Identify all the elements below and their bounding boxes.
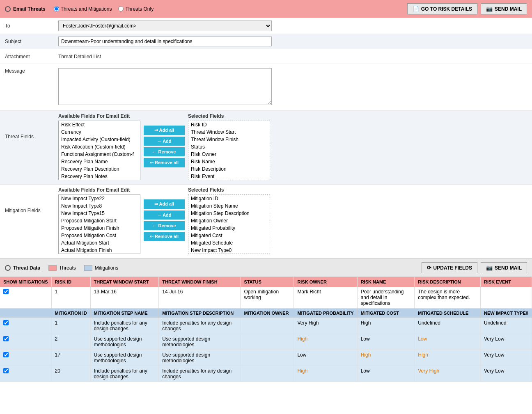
list-item[interactable]: Risk Allocation (Custom-field) [59,143,140,151]
mitigation-checkbox[interactable] [3,336,9,341]
mit-prob-cell: Low [294,350,357,366]
mit-step-name-cell: Use supported design methodologies [90,350,159,366]
attachment-text: Threat Detailed List [58,54,101,59]
list-item[interactable]: Risk Effect [59,121,140,128]
col-risk-id: RISK ID [51,277,90,287]
show-mitigations-checkbox[interactable] [3,289,9,294]
send-mail-button-header[interactable]: SEND MAIL [481,3,527,14]
mit-checkbox-cell[interactable] [0,318,51,334]
list-item[interactable]: Recovery Plan Name [59,158,140,165]
send-mail-button-legend[interactable]: SEND MAIL [481,262,527,273]
mit-owner-cell [241,350,294,366]
mitigation-add-button[interactable]: → Add [144,210,185,220]
list-item[interactable]: Risk Description [188,165,270,173]
mitigation-remove-button[interactable]: ← Remove [144,221,185,230]
list-item[interactable]: Risk Owner [188,151,270,158]
subject-input[interactable] [58,37,272,46]
mit-cost-cell: Low [357,334,415,350]
mit-step-name-cell: Include penalties for any design changes [90,366,159,382]
table-row: 1 13-Mar-16 14-Jul-16 Open-mitigation wo… [0,287,532,309]
mitigation-available-listbox[interactable]: New Impact Type22 New Impact Type8 New I… [58,194,140,254]
mit-col-id: MITIGATION ID [51,309,90,318]
list-item[interactable]: Proposed Mitigation Cost [59,232,140,239]
to-select[interactable]: Foster,Jodi<JFoster@gmail.com> [58,21,272,31]
mit-id-cell: 20 [51,366,90,382]
list-item[interactable]: New Impact Type22 [59,195,140,202]
list-item[interactable]: Risk Event [188,173,270,180]
table-row: 17 Use supported design methodologies Us… [0,350,532,366]
update-fields-button[interactable]: ⟳ UPDATE FIELDS [422,262,477,273]
mitigation-selected-group: Selected Fields Mitigation ID Mitigation… [188,187,270,254]
mit-col-step-desc: MITIGATION STEP DESCRIPTION [159,309,241,318]
list-item[interactable]: Actual Mitigation Finish [59,247,140,254]
list-item[interactable]: Mitigated Schedule [188,239,270,247]
threat-field-buttons: ⇒ Add all → Add ← Remove ⇐ Remove all [144,113,185,167]
list-item[interactable]: Mitigation ID [188,195,270,202]
mitigation-selected-title: Selected Fields [188,187,270,193]
list-item[interactable]: Actual Mitigation Start [59,239,140,247]
list-item[interactable]: Recovery Plan Description [59,165,140,173]
col-show-mitigations: SHOW MITIGATIONS [0,277,51,287]
list-item[interactable]: Status [188,143,270,151]
list-item[interactable]: New Impact Type0 [188,247,270,254]
circle-icon-legend [5,265,11,271]
mit-step-name-cell: Use supported design methodologies [90,334,159,350]
list-item[interactable]: Impacted Activity (Custom-field) [59,136,140,143]
threat-available-listbox[interactable]: Risk Effect Currency Impacted Activity (… [58,121,140,180]
list-item[interactable]: Mitigated Probability [188,224,270,232]
form-section: To Foster,Jodi<JFoster@gmail.com> Subjec… [0,18,532,111]
list-item[interactable]: Currency [59,128,140,136]
list-item[interactable]: Risk Name [188,158,270,165]
mit-impact-cell: Very Low [480,350,532,366]
list-item[interactable]: Threat Window Finish [188,136,270,143]
legend-threats: Threats [48,265,76,271]
show-mitigations-cell[interactable] [0,287,51,309]
message-textarea[interactable] [58,68,272,105]
mitigation-checkbox[interactable] [3,368,9,373]
mitigation-remove-all-button[interactable]: ⇐ Remove all [144,232,185,241]
list-item[interactable]: Mitigation Owner [188,217,270,224]
list-item[interactable]: Mitigation Step Name [188,202,270,210]
list-item[interactable]: Proposed Mitigation Finish [59,224,140,232]
circle-icon [5,6,11,12]
message-control [58,68,527,106]
subject-row: Subject [0,34,532,49]
list-item[interactable]: Recovery Plan Notes [59,173,140,180]
list-item[interactable]: Proposed Mitigation Start [59,217,140,224]
col-threat-window-finish: THREAT WINDOW FINISH [159,277,241,287]
list-item[interactable]: Functional Assignment (Custom-f [59,151,140,158]
radio-threats-mitigations[interactable]: Threats and Mitigations [54,6,112,12]
message-label: Message [5,68,58,74]
header-buttons: GO TO RISK DETAILS SEND MAIL [407,3,527,14]
mitigation-add-all-button[interactable]: ⇒ Add all [144,199,185,209]
mit-schedule-cell: Low [415,334,481,350]
list-item[interactable]: Mitigation Step Description [188,210,270,217]
threat-add-all-button[interactable]: ⇒ Add all [144,126,185,135]
camera-icon-legend [486,265,493,271]
list-item[interactable]: Threat Window Start [188,128,270,136]
mit-checkbox-cell[interactable] [0,334,51,350]
go-to-risk-details-button[interactable]: GO TO RISK DETAILS [407,3,477,14]
mit-checkbox-cell[interactable] [0,366,51,382]
list-item[interactable]: Risk ID [188,121,270,128]
mitigation-checkbox[interactable] [3,352,9,357]
mit-schedule-cell: High [415,350,481,366]
mit-checkbox-cell[interactable] [0,350,51,366]
threat-remove-all-button[interactable]: ⇐ Remove all [144,158,185,167]
threat-available-group: Available Fields For Email Edit Risk Eff… [58,113,140,180]
header-bar: Email Threats Threats and Mitigations Th… [0,0,532,18]
list-item[interactable]: Mitigated Cost [188,232,270,239]
legend-buttons: ⟳ UPDATE FIELDS SEND MAIL [422,262,527,273]
mitigations-color-box [84,265,92,271]
list-item[interactable]: New Impact Type8 [59,202,140,210]
list-item[interactable]: New Impact Type15 [59,210,140,217]
threats-legend-label: Threats [59,265,76,271]
threat-remove-button[interactable]: ← Remove [144,147,185,156]
mitigation-checkbox[interactable] [3,320,9,325]
threat-selected-listbox[interactable]: Risk ID Threat Window Start Threat Windo… [188,121,270,180]
radio-threats-only[interactable]: Threats Only [118,6,154,12]
threat-add-button[interactable]: → Add [144,137,185,146]
mitigation-selected-listbox[interactable]: Mitigation ID Mitigation Step Name Mitig… [188,194,270,254]
threat-selected-title: Selected Fields [188,113,270,119]
mit-step-desc-cell: Include penalties for any design changes [159,318,241,334]
